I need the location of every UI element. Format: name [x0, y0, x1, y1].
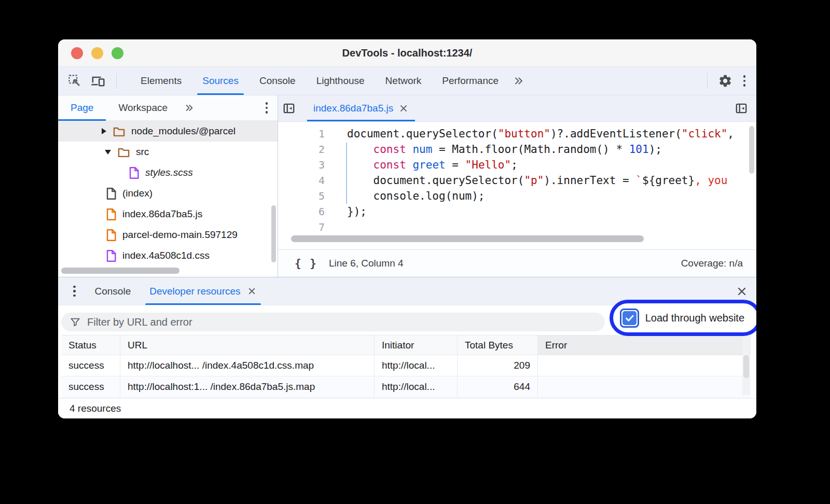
toolbar-divider: [116, 73, 117, 89]
editor-horizontal-scrollbar[interactable]: [291, 235, 644, 242]
cell-initiator: http://local...: [375, 376, 458, 397]
source-editor: index.86da7ba5.js 1document.querySelecto…: [278, 95, 756, 277]
zoom-window-button[interactable]: [112, 47, 123, 59]
more-navigator-tabs-icon[interactable]: [180, 103, 199, 113]
line-number: 5: [278, 188, 325, 204]
navigator-tabs: PageWorkspace: [58, 95, 278, 121]
folder-icon: [113, 125, 126, 137]
drawer-menu-icon[interactable]: [71, 283, 78, 300]
navigator-tab-page[interactable]: Page: [58, 95, 106, 120]
column-header-error[interactable]: Error: [538, 335, 751, 355]
tree-item-index[interactable]: (index): [58, 183, 278, 204]
line-number: 6: [278, 204, 325, 219]
code-text: document.querySelector("button")?.addEve…: [325, 126, 734, 142]
file-icon: [106, 208, 117, 221]
table-scrollbar-thumb[interactable]: [743, 355, 749, 378]
window-title: DevTools - localhost:1234/: [58, 47, 756, 59]
file-icon: [106, 249, 117, 262]
checkmark-icon: [624, 313, 635, 324]
tree-item-node-modules-parcel[interactable]: node_modules/@parcel: [58, 121, 278, 142]
device-toolbar-icon[interactable]: [90, 74, 106, 88]
toolbar-tab-network[interactable]: Network: [375, 67, 432, 95]
code-area[interactable]: 1document.querySelector("button")?.addEv…: [278, 122, 756, 249]
tree-item-label: src: [136, 146, 149, 158]
more-panels-icon[interactable]: [509, 75, 529, 87]
code-text: const greet = "Hello";: [325, 157, 518, 173]
code-line-6: 6});: [278, 204, 756, 219]
close-window-button[interactable]: [71, 47, 83, 59]
line-number: 7: [278, 219, 325, 235]
disclosure-collapsed-icon[interactable]: [102, 128, 106, 134]
coverage-status: Coverage: n/a: [681, 258, 743, 269]
panel-tabs: ElementsSourcesConsoleLighthouseNetworkP…: [130, 67, 509, 95]
drawer-tab-console[interactable]: Console: [86, 277, 141, 305]
file-tree: node_modules/@parcelsrcstyles.scss(index…: [58, 121, 278, 277]
load-through-website-checkbox[interactable]: [622, 311, 637, 325]
devtools-window: DevTools - localhost:1234/ ElementsSour: [58, 39, 756, 418]
close-drawer-icon[interactable]: [736, 285, 748, 298]
code-text: document.querySelector("p").innerText = …: [325, 173, 727, 188]
tree-item-styles-scss[interactable]: styles.scss: [58, 162, 278, 183]
traffic-lights: [71, 47, 123, 59]
code-text: [325, 219, 347, 235]
cell-status: success: [61, 355, 120, 376]
toolbar-tab-console[interactable]: Console: [249, 67, 306, 95]
line-number: 2: [278, 142, 325, 157]
show-debugger-sidebar-icon[interactable]: [730, 102, 752, 115]
cell-url: http://localhost... /index.4a508c1d.css.…: [120, 355, 375, 376]
toolbar-tab-performance[interactable]: Performance: [432, 67, 509, 95]
checkbox-label: Load through website: [645, 312, 744, 324]
tree-item-parcel-demo-main-597129[interactable]: parcel-demo-main.597129: [58, 225, 278, 245]
column-header-url[interactable]: URL: [120, 335, 375, 355]
tree-item-index-86da7ba5-js[interactable]: index.86da7ba5.js: [58, 204, 278, 225]
file-icon: [129, 166, 140, 179]
editor-vertical-scrollbar[interactable]: [749, 126, 754, 174]
tree-item-label: index.86da7ba5.js: [122, 208, 202, 220]
settings-gear-icon[interactable]: [718, 74, 732, 88]
code-line-1: 1document.querySelector("button")?.addEv…: [278, 126, 756, 142]
resources-table: StatusURLInitiatorTotal BytesError succe…: [61, 335, 751, 398]
table-row[interactable]: successhttp://localhost:1... /index.86da…: [61, 376, 751, 398]
column-header-initiator[interactable]: Initiator: [375, 335, 458, 355]
file-icon: [106, 187, 117, 200]
hide-navigator-icon[interactable]: [278, 102, 300, 115]
sidebar-vertical-scrollbar[interactable]: [271, 205, 276, 262]
customize-devtools-icon[interactable]: [741, 73, 749, 89]
line-number: 4: [278, 173, 325, 188]
tree-item-src[interactable]: src: [58, 142, 278, 162]
tree-item-index-4a508c1d-css[interactable]: index.4a508c1d.css: [58, 245, 278, 266]
sidebar-horizontal-scrollbar[interactable]: [61, 268, 179, 274]
filter-funnel-icon: [70, 316, 81, 328]
indent-guide: [346, 143, 347, 204]
tree-item-label: node_modules/@parcel: [131, 125, 236, 137]
toolbar-tab-sources[interactable]: Sources: [192, 67, 249, 95]
disclosure-expanded-icon[interactable]: [105, 150, 111, 155]
table-header: StatusURLInitiatorTotal BytesError: [61, 335, 751, 355]
filter-input[interactable]: Filter by URL and error: [61, 313, 605, 331]
minimize-window-button[interactable]: [91, 47, 103, 59]
filter-placeholder: Filter by URL and error: [87, 316, 192, 328]
toolbar-tab-lighthouse[interactable]: Lighthouse: [306, 67, 375, 95]
column-header-total-bytes[interactable]: Total Bytes: [458, 335, 538, 355]
folder-icon: [117, 146, 130, 158]
editor-status-bar: { } Line 6, Column 4 Coverage: n/a: [278, 249, 756, 277]
column-header-status[interactable]: Status: [61, 335, 120, 355]
toolbar-tab-elements[interactable]: Elements: [130, 67, 192, 95]
close-tab-icon[interactable]: [247, 286, 257, 296]
table-row[interactable]: successhttp://localhost... /index.4a508c…: [61, 355, 751, 376]
navigator-tab-workspace[interactable]: Workspace: [106, 95, 180, 120]
file-icon: [106, 229, 117, 242]
drawer-tab-label: Developer resources: [149, 286, 240, 297]
cell-url: http://localhost:1... /index.86da7ba5.js…: [120, 376, 375, 397]
close-tab-icon[interactable]: [398, 103, 409, 114]
tree-item-label: (index): [122, 188, 153, 199]
pretty-print-icon[interactable]: { }: [295, 257, 317, 270]
navigator-menu-icon[interactable]: [263, 100, 271, 116]
navigator-sidebar: PageWorkspace node_modules/@parcelsrcsty…: [58, 95, 278, 277]
resource-count: 4 resources: [58, 398, 756, 418]
cell-status: success: [61, 376, 120, 397]
drawer-tab-developer-resources[interactable]: Developer resources: [140, 277, 266, 305]
editor-tab[interactable]: index.86da7ba5.js: [307, 95, 415, 121]
tree-item-label: styles.scss: [145, 167, 193, 178]
inspect-element-icon[interactable]: [67, 74, 82, 88]
